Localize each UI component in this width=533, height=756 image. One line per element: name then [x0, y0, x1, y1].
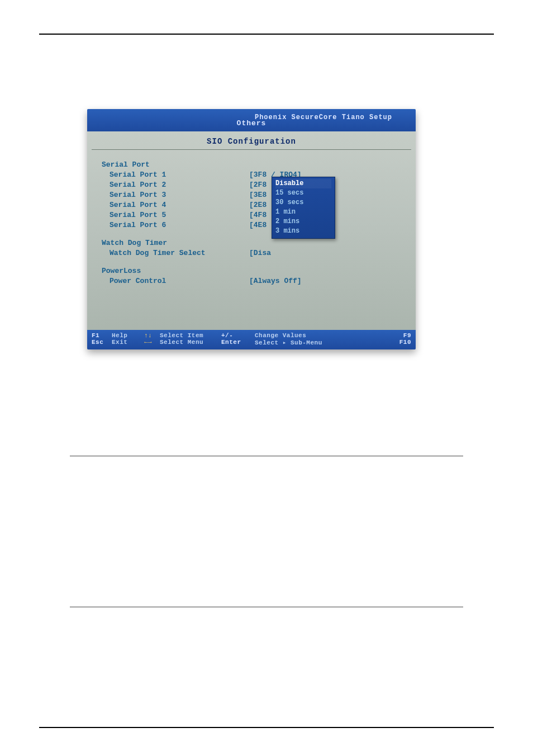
- footer-key-f1: F1: [92, 332, 112, 339]
- dropdown-option-2mins[interactable]: 2 mins: [275, 217, 331, 226]
- footer-label-select-item: Select Item: [160, 332, 221, 339]
- separator-line: [70, 456, 463, 456]
- bios-setup-window: Phoenix SecureCore Tiano Setup Others SI…: [87, 109, 416, 349]
- serial-port-4-value: [2E8: [249, 200, 266, 210]
- serial-port-6-row[interactable]: Serial Port 6 [4E8: [102, 220, 401, 230]
- serial-port-header: Serial Port: [102, 160, 401, 170]
- footer-key-esc: Esc: [92, 339, 112, 346]
- power-control-label: Power Control: [102, 276, 249, 286]
- serial-port-6-label: Serial Port 6: [102, 220, 249, 230]
- footer-key-f9: F9: [393, 332, 411, 339]
- footer-key-enter: Enter: [221, 339, 255, 346]
- serial-port-4-row[interactable]: Serial Port 4 [2E8: [102, 200, 401, 210]
- footer-label-change-values: Change Values: [255, 332, 393, 339]
- serial-port-4-label: Serial Port 4: [102, 200, 249, 210]
- serial-port-5-label: Serial Port 5: [102, 210, 249, 220]
- powerloss-header: PowerLoss: [102, 266, 401, 276]
- serial-port-1-label: Serial Port 1: [102, 170, 249, 180]
- separator-line: [70, 607, 463, 607]
- title-bar: Phoenix SecureCore Tiano Setup Others: [87, 109, 416, 131]
- power-control-row[interactable]: Power Control [Always Off]: [102, 276, 401, 286]
- serial-port-3-value: [3E8: [249, 190, 266, 200]
- footer-label-select-submenu: Select ▸ Sub-Menu: [255, 339, 393, 346]
- watchdog-header: Watch Dog Timer: [102, 238, 401, 248]
- serial-port-2-row[interactable]: Serial Port 2 [2F8: [102, 180, 401, 190]
- page-header-rule: [39, 34, 494, 35]
- dropdown-option-30secs[interactable]: 30 secs: [275, 198, 331, 207]
- footer-label-select-menu: Select Menu: [160, 339, 221, 346]
- serial-port-3-label: Serial Port 3: [102, 190, 249, 200]
- serial-port-6-value: [4E8: [249, 220, 266, 230]
- footer-key-plusminus: +/-: [221, 332, 255, 339]
- serial-port-2-label: Serial Port 2: [102, 180, 249, 190]
- watchdog-select-value: [Disa: [249, 248, 271, 258]
- setup-tab[interactable]: Others: [237, 119, 266, 127]
- footer-key-f10: F10: [393, 339, 411, 346]
- watchdog-select-row[interactable]: Watch Dog Timer Select [Disa: [102, 248, 401, 258]
- watchdog-select-label: Watch Dog Timer Select: [102, 248, 249, 258]
- footer-label-help: Help: [112, 332, 144, 339]
- leftright-arrow-icon: ←→: [144, 339, 160, 346]
- serial-port-2-value: [2F8: [249, 180, 266, 190]
- dropdown-option-disable[interactable]: Disable: [275, 179, 331, 188]
- dropdown-option-3mins[interactable]: 3 mins: [275, 226, 331, 236]
- page-title: SIO Configuration: [87, 131, 416, 149]
- updown-arrow-icon: ↑↓: [144, 332, 160, 339]
- dropdown-option-1min[interactable]: 1 min: [275, 207, 331, 217]
- serial-port-1-row[interactable]: Serial Port 1 [3F8 / IRQ4]: [102, 170, 401, 180]
- watchdog-dropdown[interactable]: Disable 15 secs 30 secs 1 min 2 mins 3 m…: [272, 177, 335, 239]
- serial-port-5-value: [4F8: [249, 210, 266, 220]
- serial-port-3-row[interactable]: Serial Port 3 [3E8: [102, 190, 401, 200]
- key-help-footer: F1 Help ↑↓ Select Item +/- Change Values…: [87, 330, 416, 349]
- footer-label-exit: Exit: [112, 339, 144, 346]
- serial-port-5-row[interactable]: Serial Port 5 [4F8: [102, 210, 401, 220]
- settings-content: Serial Port Serial Port 1 [3F8 / IRQ4] S…: [87, 150, 416, 286]
- page-footer-rule: [39, 727, 494, 728]
- power-control-value: [Always Off]: [249, 276, 302, 286]
- dropdown-option-15secs[interactable]: 15 secs: [275, 188, 331, 198]
